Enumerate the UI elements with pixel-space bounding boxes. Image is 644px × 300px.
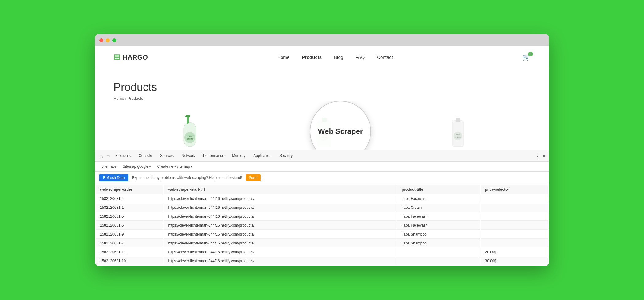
cell-price bbox=[481, 195, 549, 203]
nav-contact[interactable]: Contact bbox=[377, 55, 393, 60]
cell-order: 1582120681-4 bbox=[96, 195, 163, 203]
cell-title: Taba Shampoo bbox=[397, 239, 480, 247]
cell-title: Taba Facewash bbox=[397, 221, 480, 230]
tab-console[interactable]: Console bbox=[135, 150, 156, 162]
breadcrumb-current: Products bbox=[128, 96, 143, 101]
cell-order: 1582120681-1 bbox=[96, 204, 163, 212]
web-scraper-overlay: Web Scraper bbox=[310, 101, 371, 150]
products-display: TABA CREAM TABA CREAM bbox=[95, 101, 549, 150]
minimize-button[interactable] bbox=[106, 38, 110, 42]
svg-point-3 bbox=[184, 132, 195, 143]
tab-security[interactable]: Security bbox=[276, 150, 296, 162]
cell-order: 1582120681-5 bbox=[96, 212, 163, 221]
svg-text:TABA: TABA bbox=[456, 134, 460, 136]
cell-url: https://clever-lichterman-044f16.netlify… bbox=[164, 239, 397, 247]
maximize-button[interactable] bbox=[112, 38, 116, 42]
devtools-panel: ⬚ ▭ Elements Console Sources Network Per… bbox=[95, 150, 549, 266]
table-row: 1582120681-1 https://clever-lichterman-0… bbox=[96, 204, 548, 212]
cell-title: Taba Facewash bbox=[397, 195, 480, 203]
tab-application[interactable]: Application bbox=[250, 150, 275, 162]
svg-text:SHAMPOO: SHAMPOO bbox=[455, 137, 461, 138]
cell-url: https://clever-lichterman-044f16.netlify… bbox=[164, 204, 397, 212]
col-header-title: product-title bbox=[397, 185, 480, 194]
product-bottle-3: TABA SHAMPOO bbox=[450, 115, 466, 150]
table-row: 1582120681-11 https://clever-lichterman-… bbox=[96, 248, 548, 256]
cell-order: 1582120681-7 bbox=[96, 239, 163, 247]
web-scraper-label: Web Scraper bbox=[318, 127, 363, 136]
svg-rect-12 bbox=[456, 118, 460, 122]
cell-url: https://clever-lichterman-044f16.netlify… bbox=[164, 212, 397, 221]
table-row: 1582120681-9 https://clever-lichterman-0… bbox=[96, 230, 548, 239]
logo: ⊞ HARGO bbox=[113, 53, 148, 62]
nav-products[interactable]: Products bbox=[302, 55, 322, 60]
action-bar: Refresh Data Experienced any problems wi… bbox=[95, 172, 549, 184]
cell-url: https://clever-lichterman-044f16.netlify… bbox=[164, 230, 397, 239]
sitemaps-link[interactable]: Sitemaps bbox=[99, 163, 118, 169]
table-row: 1582120681-6 https://clever-lichterman-0… bbox=[96, 221, 548, 230]
logo-icon: ⊞ bbox=[113, 53, 120, 62]
cell-title: Taba Facewash bbox=[397, 212, 480, 221]
col-header-url: web-scraper-start-url bbox=[164, 185, 397, 194]
close-button[interactable] bbox=[99, 38, 103, 42]
cart-icon[interactable]: 🛒 0 bbox=[522, 53, 531, 61]
cell-price: 30.00$ bbox=[481, 257, 549, 265]
svg-rect-2 bbox=[185, 115, 190, 117]
site-nav: Home Products Blog FAQ Contact bbox=[277, 55, 393, 60]
cell-title bbox=[397, 248, 480, 256]
cell-url: https://clever-lichterman-044f16.netlify… bbox=[164, 248, 397, 256]
tab-network[interactable]: Network bbox=[178, 150, 199, 162]
data-table: web-scraper-order web-scraper-start-url … bbox=[95, 184, 549, 266]
product-item-3[interactable]: TABA SHAMPOO bbox=[450, 115, 466, 150]
chevron-down-icon: ▾ bbox=[149, 164, 151, 169]
col-header-price: price-selector bbox=[481, 185, 549, 194]
table-row: 1582120681-10 https://clever-lichterman-… bbox=[96, 257, 548, 265]
cell-url: https://clever-lichterman-044f16.netlify… bbox=[164, 221, 397, 230]
devtools-device-icon[interactable]: ▭ bbox=[105, 153, 111, 159]
refresh-data-button[interactable]: Refresh Data bbox=[99, 174, 128, 181]
cell-url: https://clever-lichterman-044f16.netlify… bbox=[164, 195, 397, 203]
nav-home[interactable]: Home bbox=[277, 55, 289, 60]
cell-order: 1582120681-9 bbox=[96, 230, 163, 239]
product-item-1[interactable]: TABA CREAM bbox=[178, 110, 199, 150]
tab-memory[interactable]: Memory bbox=[228, 150, 249, 162]
cell-order: 1582120681-11 bbox=[96, 248, 163, 256]
tab-performance[interactable]: Performance bbox=[199, 150, 228, 162]
table-row: 1582120681-5 https://clever-lichterman-0… bbox=[96, 212, 548, 221]
browser-titlebar bbox=[95, 34, 549, 46]
tab-elements[interactable]: Elements bbox=[112, 150, 134, 162]
cell-price bbox=[481, 230, 549, 239]
devtools-more-icon[interactable]: ⋮ bbox=[535, 153, 540, 159]
chevron-down-icon-create: ▾ bbox=[191, 164, 193, 169]
nav-faq[interactable]: FAQ bbox=[355, 55, 365, 60]
cell-order: 1582120681-10 bbox=[96, 257, 163, 265]
sitemap-google-dropdown[interactable]: Sitemap google ▾ bbox=[121, 163, 153, 169]
product-bottle-1: TABA CREAM bbox=[178, 110, 199, 150]
cell-price bbox=[481, 221, 549, 230]
sure-button[interactable]: Sure! bbox=[246, 174, 261, 181]
cell-url: https://clever-lichterman-044f16.netlify… bbox=[164, 257, 397, 265]
cell-price: 20.00$ bbox=[481, 248, 549, 256]
devtools-close-icon[interactable]: ✕ bbox=[542, 154, 546, 158]
devtools-inspect-icon[interactable]: ⬚ bbox=[98, 153, 104, 159]
cell-title: Taba Cream bbox=[397, 204, 480, 212]
cell-title: Taba Shampoo bbox=[397, 230, 480, 239]
cell-order: 1582120681-6 bbox=[96, 221, 163, 230]
devtools-tabs: ⬚ ▭ Elements Console Sources Network Per… bbox=[95, 150, 549, 162]
site-header: ⊞ HARGO Home Products Blog FAQ Contact 🛒… bbox=[95, 46, 549, 68]
cell-price bbox=[481, 239, 549, 247]
table-row: 1582120681-7 https://clever-lichterman-0… bbox=[96, 239, 548, 247]
logo-text: HARGO bbox=[123, 53, 148, 61]
svg-text:CREAM: CREAM bbox=[187, 138, 193, 140]
tab-sources[interactable]: Sources bbox=[156, 150, 177, 162]
page-title: Products bbox=[113, 81, 531, 94]
cell-title bbox=[397, 257, 480, 265]
browser-window: ⊞ HARGO Home Products Blog FAQ Contact 🛒… bbox=[95, 34, 549, 266]
products-section: Products Home / Products bbox=[95, 68, 549, 101]
nav-blog[interactable]: Blog bbox=[334, 55, 343, 60]
breadcrumb-sep: / bbox=[125, 96, 126, 101]
cell-price bbox=[481, 204, 549, 212]
breadcrumb: Home / Products bbox=[113, 96, 531, 101]
sitemaps-bar: Sitemaps Sitemap google ▾ Create new sit… bbox=[95, 162, 549, 172]
create-sitemap-btn[interactable]: Create new sitemap ▾ bbox=[155, 163, 194, 169]
breadcrumb-home[interactable]: Home bbox=[113, 96, 124, 101]
